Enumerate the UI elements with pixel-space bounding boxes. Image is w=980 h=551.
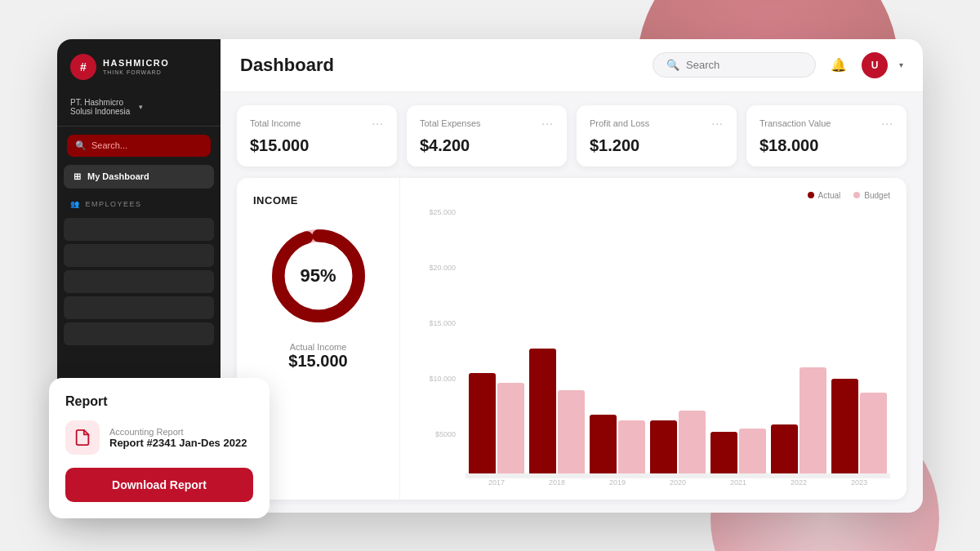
bar-group-5 <box>771 367 826 473</box>
bar-group-0 <box>469 373 524 473</box>
y-label-2: $15.000 <box>416 319 456 327</box>
bar-budget-2 <box>618 420 645 473</box>
dashboard-icon: ⊞ <box>74 171 81 182</box>
avatar[interactable]: U <box>862 52 888 78</box>
company-name: PT. Hashmicro Solusi Indonesia <box>70 98 139 116</box>
bar-group-2 <box>590 415 645 473</box>
report-item-text: Accounting Report Report #2341 Jan-Des 2… <box>109 427 247 449</box>
download-report-button[interactable]: Download Report <box>65 468 253 502</box>
donut-chart: 95% <box>265 223 372 329</box>
logo-text: HASHMICRO THINK FORWARD <box>103 59 169 75</box>
stat-value-0: $15.000 <box>250 136 384 155</box>
report-card-title: Report <box>65 394 253 409</box>
chevron-down-icon: ▾ <box>139 103 207 111</box>
stat-label-2: Profit and Loss <box>590 118 649 128</box>
stat-dots-0[interactable]: ··· <box>372 117 384 130</box>
sidebar-section-employees: 👥 EMPLOYEES <box>57 195 220 213</box>
stat-label-0: Total Income <box>250 118 301 128</box>
employees-icon: 👥 <box>70 200 81 208</box>
income-value: $15.000 <box>288 352 347 371</box>
y-label-1: $20.000 <box>416 264 456 272</box>
bar-actual-4 <box>710 432 737 473</box>
stats-row: Total Income ··· $15.000 Total Expenses … <box>237 105 906 167</box>
bar-actual-6 <box>831 379 858 473</box>
stat-dots-2[interactable]: ··· <box>711 117 724 130</box>
sidebar-menu-item-1[interactable] <box>64 218 214 241</box>
legend-label-0: Actual <box>818 191 841 200</box>
x-label-3: 2020 <box>650 478 706 487</box>
sidebar-menu-item-2[interactable] <box>64 244 214 267</box>
logo-sub: THINK FORWARD <box>103 69 169 75</box>
sidebar-logo: # HASHMICRO THINK FORWARD <box>57 39 220 91</box>
stat-card-3: Transaction Value ··· $18.000 <box>746 105 906 167</box>
stat-card-header-0: Total Income ··· <box>250 117 384 130</box>
sidebar-menu-item-3[interactable] <box>64 270 214 293</box>
search-input[interactable] <box>686 59 802 71</box>
bar-actual-5 <box>771 424 798 473</box>
logo-name: HASHMICRO <box>103 59 169 68</box>
bar-group-1 <box>529 349 585 473</box>
section-label: EMPLOYEES <box>86 200 142 208</box>
stat-label-3: Transaction Value <box>760 118 831 128</box>
report-item-label: Accounting Report <box>109 427 247 437</box>
stat-card-2: Profit and Loss ··· $1.200 <box>577 105 737 167</box>
avatar-chevron-icon: ▾ <box>899 60 903 69</box>
notification-bell[interactable]: 🔔 <box>826 52 852 78</box>
x-label-1: 2018 <box>529 478 585 487</box>
legend-item-actual: Actual <box>808 191 841 200</box>
search-placeholder: Search... <box>91 140 127 150</box>
bar-group-3 <box>650 411 706 473</box>
bar-chart-panel: Actual Budget $25.000$20.000$15.000$10.0… <box>400 178 906 500</box>
bar-group-6 <box>831 379 887 473</box>
stat-dots-3[interactable]: ··· <box>881 117 893 130</box>
sidebar-company[interactable]: PT. Hashmicro Solusi Indonesia ▾ <box>57 91 220 127</box>
bar-group-4 <box>710 429 766 473</box>
stat-card-1: Total Expenses ··· $4.200 <box>407 105 567 167</box>
donut-percentage: 95% <box>300 265 336 287</box>
stat-dots-1[interactable]: ··· <box>541 117 554 130</box>
search-icon: 🔍 <box>75 140 87 151</box>
sidebar-my-dashboard[interactable]: ⊞ My Dashboard <box>64 165 214 189</box>
header: Dashboard 🔍 🔔 U ▾ <box>220 39 923 92</box>
search-icon: 🔍 <box>666 59 679 71</box>
sidebar-search[interactable]: 🔍 Search... <box>67 135 211 157</box>
bar-actual-1 <box>529 349 556 473</box>
y-axis: $25.000$20.000$15.000$10.000$5000 <box>416 208 456 487</box>
report-card: Report Accounting Report Report #2341 Ja… <box>49 378 270 518</box>
sidebar-menu-item-4[interactable] <box>64 296 214 319</box>
bar-chart: $25.000$20.000$15.000$10.000$5000 201720… <box>416 208 890 487</box>
x-label-5: 2022 <box>771 478 826 487</box>
document-icon <box>65 420 100 455</box>
sidebar-menu-item-5[interactable] <box>64 322 214 345</box>
stat-card-0: Total Income ··· $15.000 <box>237 105 397 167</box>
bar-budget-0 <box>497 383 524 473</box>
bar-budget-1 <box>558 390 585 473</box>
bar-actual-3 <box>650 420 677 473</box>
bar-chart-inner: $25.000$20.000$15.000$10.000$5000 201720… <box>416 208 890 487</box>
header-right: 🔍 🔔 U ▾ <box>653 52 903 78</box>
legend-item-budget: Budget <box>853 191 890 200</box>
income-label: Actual Income <box>290 342 347 352</box>
stat-card-header-1: Total Expenses ··· <box>420 117 554 130</box>
main-content: Dashboard 🔍 🔔 U ▾ Total Income ··· $15.0… <box>220 39 923 513</box>
stat-value-1: $4.200 <box>420 136 554 155</box>
page-title: Dashboard <box>240 55 334 76</box>
x-label-2: 2019 <box>590 478 645 487</box>
bar-actual-0 <box>469 373 496 473</box>
income-title: INCOME <box>253 194 298 207</box>
x-axis: 2017201820192020202120222023 <box>466 473 890 487</box>
legend-dot-0 <box>808 192 814 198</box>
chart-legend: Actual Budget <box>416 191 890 200</box>
dashboard-body: Total Income ··· $15.000 Total Expenses … <box>220 92 923 513</box>
stat-card-header-2: Profit and Loss ··· <box>590 117 724 130</box>
bar-budget-3 <box>679 411 706 473</box>
logo-icon: # <box>70 54 96 80</box>
bar-budget-4 <box>739 429 766 473</box>
report-item-name: Report #2341 Jan-Des 2022 <box>109 437 247 449</box>
bar-budget-5 <box>800 367 826 473</box>
search-box[interactable]: 🔍 <box>653 52 816 78</box>
stat-label-1: Total Expenses <box>420 118 481 128</box>
bar-actual-2 <box>590 415 617 473</box>
x-label-4: 2021 <box>710 478 766 487</box>
donut-wrapper: 95% Actual Income $15.000 <box>253 223 383 371</box>
